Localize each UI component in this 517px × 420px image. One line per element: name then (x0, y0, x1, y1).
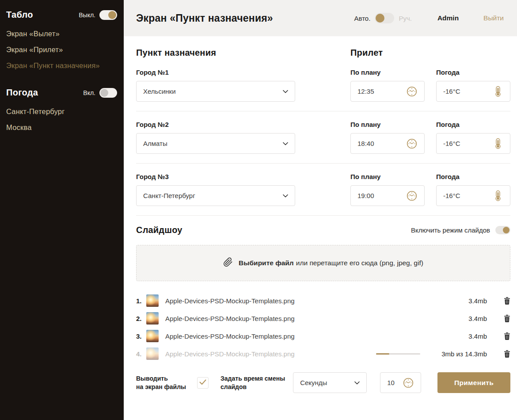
clock-icon (403, 377, 414, 389)
trash-icon[interactable] (504, 332, 510, 340)
weather-3-label: Погода (436, 173, 510, 180)
thermometer-icon (493, 86, 503, 97)
plan-2-input[interactable] (357, 140, 406, 147)
trash-icon[interactable] (504, 350, 510, 358)
display-files-checkbox[interactable] (197, 377, 209, 389)
file-dropzone[interactable]: Выбирите файлили перетащите его сюда (pn… (136, 245, 510, 281)
divider (136, 111, 510, 111)
file-thumbnail (146, 294, 159, 307)
interval-value-field (380, 372, 421, 393)
city-2-select[interactable]: Алматы (136, 133, 295, 154)
sidebar: Табло Выкл. Экран «Вылет» Экран «Прилет»… (0, 0, 124, 420)
thermometer-icon (493, 138, 503, 149)
plan-3-input[interactable] (357, 192, 406, 199)
destination-heading: Пункт назначения (136, 48, 295, 58)
upload-progress-text: 3mb из 14.3mb (432, 350, 487, 358)
clock-icon (406, 138, 418, 149)
plan-3-field (350, 185, 425, 206)
board-toggle[interactable] (99, 10, 117, 20)
file-size: 3.4mb (432, 315, 487, 322)
checkmark-icon (199, 379, 206, 387)
weather-toggle[interactable] (99, 88, 117, 98)
clock-icon (406, 190, 418, 202)
file-list: 1. Apple-Devices-PSD-Mockup-Templates.pn… (136, 292, 510, 363)
toggle-knob (100, 89, 108, 97)
thermometer-icon (493, 190, 503, 202)
chevron-down-icon (354, 381, 360, 385)
file-row-uploading: 4. Apple-Devices-PSD-Mockup-Templates.pn… (136, 345, 510, 363)
plan-2-field (350, 133, 425, 154)
file-name: Apple-Devices-PSD-Mockup-Templates.png (165, 332, 432, 340)
sidebar-item-saint-petersburg[interactable]: Санкт-Петербург (6, 107, 117, 116)
divider (136, 163, 510, 164)
plan-1-field (350, 81, 425, 102)
plan-1-label: По плану (350, 69, 425, 76)
city-1-label: Город №1 (136, 69, 295, 76)
choose-file-link[interactable]: Выбирите файл (239, 259, 294, 267)
weather-toggle-label: Вкл. (83, 89, 95, 96)
clock-icon (406, 86, 418, 97)
file-number: 3. (136, 332, 146, 340)
slide-interval-label: Задать время смены слайдов (220, 374, 285, 391)
file-name: Apple-Devices-PSD-Mockup-Templates.png (165, 350, 376, 358)
trash-icon[interactable] (504, 315, 510, 322)
city-1-value: Хельсинки (143, 88, 176, 95)
slideshow-controls: Выводить на экран файлы Задать время сме… (136, 372, 510, 393)
weather-1-input[interactable] (443, 88, 493, 95)
city-2-label: Город №2 (136, 121, 295, 128)
file-row: 1. Apple-Devices-PSD-Mockup-Templates.pn… (136, 292, 510, 309)
chevron-down-icon (283, 142, 288, 145)
upload-progress-fill (376, 353, 389, 355)
user-name: Admin (437, 14, 459, 22)
file-name: Apple-Devices-PSD-Mockup-Templates.png (165, 315, 432, 322)
file-number: 1. (136, 297, 146, 305)
sidebar-item-arrival-screen[interactable]: Экран «Прилет» (6, 46, 117, 54)
board-toggle-label: Выкл. (79, 11, 95, 19)
mode-auto-label[interactable]: Авто. (354, 15, 371, 22)
plan-1-input[interactable] (357, 88, 406, 95)
slideshow-toggle[interactable] (495, 226, 510, 234)
content: Пункт назначения Прилет Город №1 По план… (124, 36, 517, 406)
logout-link[interactable]: Выйти (483, 14, 504, 22)
slideshow-toggle-label: Включить режим слайдов (411, 226, 490, 234)
header: Экран «Пункт назначения» Авто. Руч. Admi… (124, 0, 517, 36)
file-thumbnail (146, 312, 159, 325)
sidebar-item-destination-screen[interactable]: Экран «Пункт назначения» (6, 61, 117, 70)
arrival-heading: Прилет (350, 48, 510, 58)
file-thumbnail (146, 330, 159, 342)
sidebar-item-moscow[interactable]: Москва (6, 123, 117, 132)
weather-2-label: Погода (436, 121, 510, 128)
weather-2-input[interactable] (443, 140, 493, 147)
weather-1-field (436, 81, 510, 102)
chevron-down-icon (283, 194, 288, 198)
plan-2-label: По плану (350, 121, 425, 128)
weather-3-input[interactable] (443, 192, 493, 199)
weather-3-field (436, 185, 510, 206)
trash-icon[interactable] (504, 297, 510, 305)
interval-value-input[interactable] (387, 379, 403, 386)
paperclip-icon (223, 257, 233, 269)
city-3-select[interactable]: Санкт-Петербург (136, 185, 295, 206)
plan-3-label: По плану (350, 173, 425, 180)
file-name: Apple-Devices-PSD-Mockup-Templates.png (165, 297, 432, 305)
upload-progress-bar (376, 353, 420, 355)
mode-toggle[interactable] (375, 13, 394, 23)
city-2-value: Алматы (143, 140, 167, 147)
city-1-select[interactable]: Хельсинки (136, 81, 295, 102)
file-size: 3.4mb (432, 297, 487, 305)
file-size: 3.4mb (432, 332, 487, 340)
file-number: 2. (136, 315, 146, 322)
mode-manual-label[interactable]: Руч. (399, 15, 412, 22)
board-section-title: Табло (6, 10, 33, 20)
toggle-knob (108, 11, 116, 19)
interval-unit-select[interactable]: Секунды (293, 372, 367, 393)
apply-button[interactable]: Применить (437, 372, 510, 393)
city-3-label: Город №3 (136, 173, 295, 180)
divider (136, 215, 510, 216)
main-area: Экран «Пункт назначения» Авто. Руч. Admi… (124, 0, 517, 420)
sidebar-item-departure-screen[interactable]: Экран «Вылет» (6, 30, 117, 38)
upload-instruction: Выбирите файлили перетащите его сюда (pn… (239, 259, 423, 267)
toggle-knob (503, 227, 509, 233)
app-window: Табло Выкл. Экран «Вылет» Экран «Прилет»… (0, 0, 517, 420)
sidebar-section-weather: Погода Вкл. Санкт-Петербург Москва (6, 88, 117, 132)
